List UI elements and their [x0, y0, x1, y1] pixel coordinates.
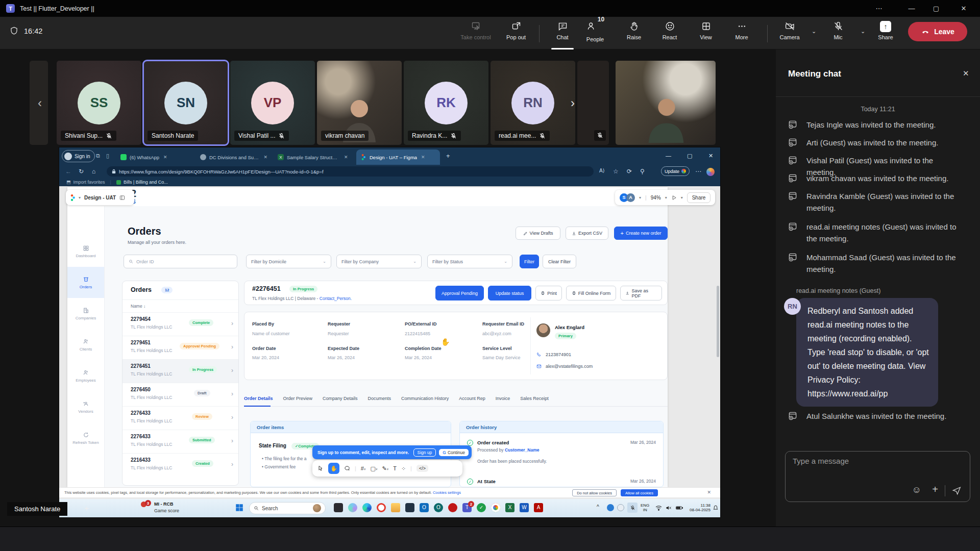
avatars-chevron-icon[interactable]: ▾ — [639, 195, 641, 200]
sidebar-item-vendors[interactable]: Vendors — [67, 391, 104, 422]
tab-company-details[interactable]: Company Details — [323, 396, 358, 401]
share-button[interactable]: ↑ Share — [866, 21, 905, 47]
sync-icon[interactable]: ⟳ — [627, 168, 632, 175]
order-row[interactable]: 2279451TL Flex Holdings LLCApproval Pend… — [122, 336, 239, 359]
mic-chevron-icon[interactable]: ⌄ — [861, 28, 865, 35]
browser-maximize-icon[interactable]: ▢ — [687, 153, 692, 159]
bookmark-import-favorites[interactable]: Import favorites — [74, 180, 105, 185]
browser-tab[interactable]: DC Divisions and Surroundings✕ — [196, 149, 272, 165]
canvas-scrollbar[interactable] — [717, 286, 719, 357]
cookie-close-icon[interactable]: ✕ — [707, 490, 711, 495]
filter-status-dropdown[interactable]: Filter by Status⌄ — [427, 255, 512, 268]
app-icon-edge[interactable] — [362, 503, 372, 512]
present-icon[interactable] — [671, 195, 677, 201]
camera-button[interactable]: Camera — [770, 21, 809, 47]
tab-close-icon[interactable]: ✕ — [344, 155, 348, 160]
participant-tile-partial-right[interactable] — [577, 61, 609, 145]
bookmark-bills[interactable]: Bills | Billing and Co... — [124, 180, 168, 185]
app-icon-excel[interactable]: X — [505, 503, 514, 512]
address-bar[interactable]: https://www.figma.com/design/9BKQ0FOHRWa… — [107, 166, 594, 177]
strip-right-chevron-icon[interactable]: › — [571, 96, 575, 110]
new-tab-icon[interactable]: + — [446, 152, 450, 160]
refresh-icon[interactable]: ↻ — [79, 168, 84, 175]
sidebar-item-dashboard[interactable]: Dashboard — [67, 236, 104, 267]
raise-hand-button[interactable]: Raise — [615, 21, 653, 47]
participant-tile-video[interactable]: vikram chavan — [317, 61, 402, 145]
app-icon-opera[interactable] — [377, 503, 386, 512]
wifi-icon[interactable] — [655, 505, 662, 511]
figma-zoom-level[interactable]: 94% — [651, 195, 661, 201]
browser-profile-avatar[interactable] — [706, 168, 715, 176]
browser-update-button[interactable]: Update — [661, 166, 690, 176]
message-input[interactable] — [793, 457, 956, 482]
minimize-button[interactable]: — — [900, 0, 923, 17]
export-csv-button[interactable]: Export CSV — [566, 227, 608, 240]
comment-tool-icon[interactable] — [344, 465, 350, 471]
browser-tab-active[interactable]: Design - UAT – Figma✕ — [356, 149, 440, 165]
browser-minimize-icon[interactable]: — — [666, 153, 671, 159]
home-icon[interactable]: ⌂ — [92, 168, 95, 175]
react-button[interactable]: React — [650, 21, 689, 47]
present-chevron-icon[interactable]: ▾ — [681, 195, 683, 200]
app-icon-checkmark[interactable]: ✓ — [477, 503, 486, 512]
app-icon-mcafee[interactable] — [448, 503, 457, 512]
sidebar-item-orders[interactable]: Orders — [67, 267, 104, 298]
mic-button[interactable]: Mic — [819, 21, 857, 47]
order-row[interactable]: 2279454TL Flex Holdings LLCComplete› — [122, 312, 239, 336]
tab-search-icon[interactable]: ⧉ — [96, 153, 100, 159]
filter-company-dropdown[interactable]: Filter by Company⌄ — [336, 255, 422, 268]
maximize-button[interactable]: ▢ — [925, 0, 947, 17]
order-row[interactable]: 2276450TL Flex Holdings LLCDraft› — [122, 383, 239, 406]
cookie-settings-link[interactable]: Cookies settings — [433, 490, 461, 495]
tab-communication-history[interactable]: Communication History — [401, 396, 449, 401]
fill-online-form-button[interactable]: Fill Online Form — [566, 286, 616, 300]
pen-tool-icon[interactable]: ✎▾ — [382, 465, 388, 472]
tab-close-icon[interactable]: ✕ — [263, 155, 267, 160]
view-button[interactable]: View — [687, 21, 725, 47]
move-tool-icon[interactable] — [317, 465, 324, 471]
volume-muted-icon[interactable] — [666, 505, 672, 511]
participant-tile[interactable]: RN read.ai mee... — [491, 61, 575, 145]
frame-tool-icon[interactable]: #▾ — [361, 465, 366, 471]
zoom-chevron-icon[interactable]: ▾ — [665, 195, 667, 200]
contact-phone[interactable]: 2123874901 — [546, 352, 571, 357]
send-icon[interactable] — [952, 486, 962, 495]
order-row[interactable]: 2276433TL Flex Holdings LLCReview› — [122, 406, 239, 430]
emoji-icon[interactable]: ☺ — [912, 485, 921, 495]
shared-clock[interactable]: 11:3808-04-2025 — [686, 503, 710, 512]
sidebar-item-clients[interactable]: Clients — [67, 329, 104, 360]
participant-tile-active-speaker[interactable]: SN Santosh Narate — [143, 61, 228, 145]
leave-button[interactable]: Leave — [908, 22, 967, 41]
titlebar-more-icon[interactable]: ⋯ — [868, 0, 890, 17]
browser-menu-icon[interactable]: ⋯ — [695, 168, 701, 175]
app-icon-word[interactable]: W — [520, 503, 529, 512]
browser-tab[interactable]: X Sample Salary Structure with calc✕ — [274, 149, 354, 165]
app-icon-file-explorer[interactable] — [391, 503, 400, 512]
google-continue-button[interactable]: GContinue — [439, 449, 469, 456]
text-tool-icon[interactable]: T — [393, 465, 397, 471]
sidebar-item-companies[interactable]: Companies — [67, 298, 104, 329]
notification-icon[interactable] — [713, 505, 719, 511]
allow-cookies-button[interactable]: Allow all cookies — [621, 489, 658, 496]
app-icon-phone-link[interactable] — [405, 503, 414, 512]
shared-language-indicator[interactable]: ENGIN — [641, 503, 649, 512]
save-as-pdf-button[interactable]: Save as PDF — [620, 286, 662, 300]
filter-domicile-dropdown[interactable]: Filter by Domicile⌄ — [246, 255, 331, 268]
create-order-button[interactable]: +Create new order — [614, 227, 668, 240]
view-drafts-button[interactable]: View Drafts — [516, 227, 560, 240]
app-icon-outlook[interactable]: O — [420, 503, 429, 512]
dev-mode-icon[interactable]: </> — [416, 465, 428, 472]
tray-mic-icon[interactable] — [627, 503, 638, 513]
strip-left-chevron-icon[interactable]: ‹ — [38, 96, 42, 110]
pop-out-button[interactable]: Pop out — [497, 21, 535, 47]
contact-person-link[interactable]: Contact_Person. — [320, 296, 352, 301]
browser-tab[interactable]: (6) WhatsApp✕ — [116, 149, 194, 165]
tab-account-rep[interactable]: Account Rep — [459, 396, 485, 401]
contact-email[interactable]: alex@vstatefilings.com — [546, 364, 593, 369]
participant-tile[interactable]: RK Ravindra K... — [404, 61, 488, 145]
extensions-icon[interactable]: ⚲ — [640, 168, 645, 175]
favorite-star-icon[interactable]: ☆ — [613, 168, 619, 175]
app-icon-teams-rooms[interactable]: O — [434, 503, 443, 512]
hand-tool-icon-active[interactable]: ✋ — [328, 463, 339, 474]
people-button[interactable]: 10 People — [576, 21, 615, 47]
